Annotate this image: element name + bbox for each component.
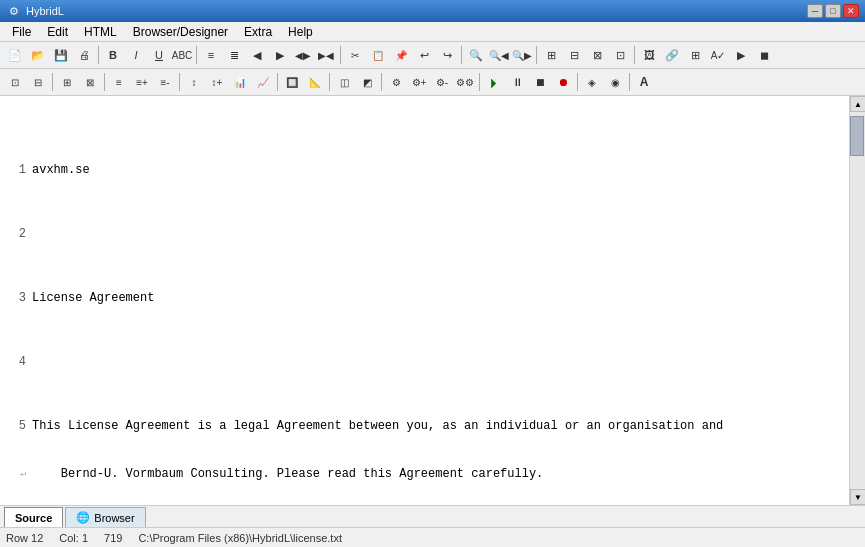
run-button[interactable]: ▶ xyxy=(730,44,752,66)
t2-sep-4 xyxy=(277,73,278,91)
t2-hex2-button[interactable]: ◉ xyxy=(604,71,626,93)
menu-extra[interactable]: Extra xyxy=(236,23,280,41)
t2-btn-15[interactable]: ◩ xyxy=(356,71,378,93)
status-bar: Row 12 Col: 1 719 C:\Program Files (x86)… xyxy=(0,527,865,547)
restore-button[interactable]: □ xyxy=(825,4,841,18)
stop-button[interactable]: ◼ xyxy=(753,44,775,66)
zoom-reset-button[interactable]: ⊠ xyxy=(586,44,608,66)
menu-browser-designer[interactable]: Browser/Designer xyxy=(125,23,236,41)
status-chars: 719 xyxy=(104,532,122,544)
t2-btn-17[interactable]: ⚙+ xyxy=(408,71,430,93)
t2-btn-7[interactable]: ≡- xyxy=(154,71,176,93)
ordered-list-button[interactable]: ≣ xyxy=(223,44,245,66)
t2-font-button[interactable]: A xyxy=(633,71,655,93)
separator-2 xyxy=(196,46,197,64)
paste-button[interactable]: 📌 xyxy=(390,44,412,66)
line-5-wrap-1: ↵ Bernd-U. Vormbaum Consulting. Please r… xyxy=(4,466,845,482)
t2-sep-8 xyxy=(577,73,578,91)
save-button[interactable]: 💾 xyxy=(50,44,72,66)
cut-button[interactable]: ✂ xyxy=(344,44,366,66)
toolbar-2: ⊡ ⊟ ⊞ ⊠ ≡ ≡+ ≡- ↕ ↕+ 📊 📈 🔲 📐 ◫ ◩ ⚙ ⚙+ ⚙-… xyxy=(0,69,865,96)
tab-browser[interactable]: 🌐 Browser xyxy=(65,507,145,527)
align-right-button[interactable]: ▶ xyxy=(269,44,291,66)
undo-button[interactable]: ↩ xyxy=(413,44,435,66)
new-button[interactable]: 📄 xyxy=(4,44,26,66)
t2-btn-16[interactable]: ⚙ xyxy=(385,71,407,93)
align-center-button[interactable]: ◀▶ xyxy=(292,44,314,66)
find-next-button[interactable]: 🔍▶ xyxy=(511,44,533,66)
line-2: 2 xyxy=(4,226,845,242)
close-button[interactable]: ✕ xyxy=(843,4,859,18)
t2-btn-11[interactable]: 📈 xyxy=(252,71,274,93)
t2-btn-5[interactable]: ≡ xyxy=(108,71,130,93)
find-button[interactable]: 🔍 xyxy=(465,44,487,66)
justify-button[interactable]: ▶◀ xyxy=(315,44,337,66)
editor-text[interactable]: 1 avxhm.se 2 3 License Agreement 4 5 Thi… xyxy=(0,96,849,505)
menu-file[interactable]: File xyxy=(4,23,39,41)
bold-button[interactable]: B xyxy=(102,44,124,66)
insert-image-button[interactable]: 🖼 xyxy=(638,44,660,66)
scroll-up-arrow[interactable]: ▲ xyxy=(850,96,865,112)
t2-btn-9[interactable]: ↕+ xyxy=(206,71,228,93)
vertical-scrollbar[interactable]: ▲ ▼ xyxy=(849,96,865,505)
copy-button[interactable]: 📋 xyxy=(367,44,389,66)
t2-play-button[interactable]: ⏵ xyxy=(483,71,505,93)
underline-button[interactable]: U xyxy=(148,44,170,66)
t2-pause-button[interactable]: ⏸ xyxy=(506,71,528,93)
source-tab-label: Source xyxy=(15,512,52,524)
list-button[interactable]: ≡ xyxy=(200,44,222,66)
t2-sep-3 xyxy=(179,73,180,91)
t2-hex-button[interactable]: ◈ xyxy=(581,71,603,93)
scroll-thumb[interactable] xyxy=(850,116,864,156)
separator-1 xyxy=(98,46,99,64)
menu-help[interactable]: Help xyxy=(280,23,321,41)
editor-area[interactable]: 1 avxhm.se 2 3 License Agreement 4 5 Thi… xyxy=(0,96,865,505)
separator-6 xyxy=(634,46,635,64)
redo-button[interactable]: ↪ xyxy=(436,44,458,66)
t2-btn-12[interactable]: 🔲 xyxy=(281,71,303,93)
zoom-out-button[interactable]: ⊟ xyxy=(563,44,585,66)
t2-btn-19[interactable]: ⚙⚙ xyxy=(454,71,476,93)
scroll-track[interactable] xyxy=(850,112,865,489)
t2-sep-7 xyxy=(479,73,480,91)
title-bar: ⚙ HybridL ─ □ ✕ xyxy=(0,0,865,22)
line-1: 1 avxhm.se xyxy=(4,162,845,178)
t2-btn-4[interactable]: ⊠ xyxy=(79,71,101,93)
open-button[interactable]: 📂 xyxy=(27,44,49,66)
t2-btn-8[interactable]: ↕ xyxy=(183,71,205,93)
zoom-fit-button[interactable]: ⊡ xyxy=(609,44,631,66)
tab-source[interactable]: Source xyxy=(4,507,63,527)
line-4: 4 xyxy=(4,354,845,370)
line-3: 3 License Agreement xyxy=(4,290,845,306)
separator-5 xyxy=(536,46,537,64)
t2-sep-6 xyxy=(381,73,382,91)
t2-btn-1[interactable]: ⊡ xyxy=(4,71,26,93)
find-prev-button[interactable]: 🔍◀ xyxy=(488,44,510,66)
spell-check-button[interactable]: A✓ xyxy=(707,44,729,66)
t2-btn-18[interactable]: ⚙- xyxy=(431,71,453,93)
minimize-button[interactable]: ─ xyxy=(807,4,823,18)
t2-btn-14[interactable]: ◫ xyxy=(333,71,355,93)
zoom-in-button[interactable]: ⊞ xyxy=(540,44,562,66)
t2-btn-2[interactable]: ⊟ xyxy=(27,71,49,93)
window-title: HybridL xyxy=(26,5,807,17)
menu-edit[interactable]: Edit xyxy=(39,23,76,41)
t2-btn-3[interactable]: ⊞ xyxy=(56,71,78,93)
align-left-button[interactable]: ◀ xyxy=(246,44,268,66)
browser-tab-icon: 🌐 xyxy=(76,511,90,525)
t2-stop-button[interactable]: ⏹ xyxy=(529,71,551,93)
window-controls: ─ □ ✕ xyxy=(807,4,859,18)
italic-button[interactable]: I xyxy=(125,44,147,66)
t2-record-button[interactable]: ⏺ xyxy=(552,71,574,93)
scroll-down-arrow[interactable]: ▼ xyxy=(850,489,865,505)
status-filepath: C:\Program Files (x86)\HybridL\license.t… xyxy=(138,532,342,544)
t2-btn-10[interactable]: 📊 xyxy=(229,71,251,93)
abc-button[interactable]: ABC xyxy=(171,44,193,66)
print-button[interactable]: 🖨 xyxy=(73,44,95,66)
menu-html[interactable]: HTML xyxy=(76,23,125,41)
separator-3 xyxy=(340,46,341,64)
insert-table-button[interactable]: ⊞ xyxy=(684,44,706,66)
t2-btn-6[interactable]: ≡+ xyxy=(131,71,153,93)
t2-btn-13[interactable]: 📐 xyxy=(304,71,326,93)
insert-link-button[interactable]: 🔗 xyxy=(661,44,683,66)
